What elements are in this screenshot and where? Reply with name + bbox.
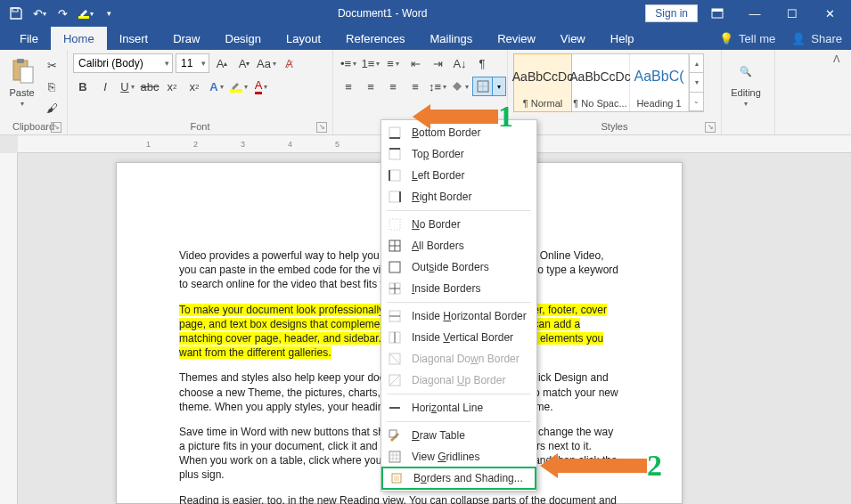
close-window-button[interactable]: ✕ xyxy=(812,0,847,27)
tab-home[interactable]: Home xyxy=(51,27,107,50)
text-effects-button[interactable]: A▾ xyxy=(207,77,226,96)
styles-scroll[interactable]: ▴▾⌄ xyxy=(689,54,703,111)
menu-item-ihoriz[interactable]: Inside Horizontal Border xyxy=(381,305,536,327)
minimize-button[interactable]: ― xyxy=(737,0,773,27)
menu-item-top[interactable]: Top Border xyxy=(381,143,536,165)
menu-item-gridlines[interactable]: View Gridlines xyxy=(381,446,536,467)
tab-help[interactable]: Help xyxy=(598,27,647,50)
style-heading1[interactable]: AaBbC( Heading 1 xyxy=(630,54,689,111)
borders-dropdown-arrow[interactable]: ▾ xyxy=(493,83,505,91)
menu-item-hline[interactable]: Horizontal Line xyxy=(381,397,536,419)
tab-view[interactable]: View xyxy=(548,27,598,50)
superscript-button[interactable]: x2 xyxy=(184,77,204,96)
menu-item-bs[interactable]: Borders and Shading... xyxy=(381,467,536,490)
shrink-font-button[interactable]: A▾ xyxy=(234,53,254,73)
align-left-button[interactable]: ≡ xyxy=(339,77,358,96)
share-button[interactable]: 👤 Share xyxy=(791,32,842,45)
clear-formatting-button[interactable]: A̷ xyxy=(279,53,299,73)
copy-button[interactable]: ⎘ xyxy=(42,77,61,96)
change-case-button[interactable]: Aa▾ xyxy=(257,53,276,73)
subscript-button[interactable]: x2 xyxy=(162,77,182,96)
tab-references[interactable]: References xyxy=(333,27,417,50)
show-marks-button[interactable]: ¶ xyxy=(472,53,492,73)
bold-button[interactable]: B xyxy=(73,77,93,96)
all-border-icon xyxy=(387,238,403,254)
menu-item-ddown: Diagonal Down Border xyxy=(381,348,536,370)
strikethrough-button[interactable]: abc xyxy=(140,77,160,96)
maximize-button[interactable]: ☐ xyxy=(774,0,810,27)
svg-rect-6 xyxy=(20,67,33,83)
paste-button[interactable]: Paste ▾ xyxy=(5,53,38,108)
menu-item-left[interactable]: Left Border xyxy=(381,165,536,186)
outside-border-icon xyxy=(387,259,403,275)
paragraph-5[interactable]: Reading is easier, too, in the new Readi… xyxy=(179,493,619,504)
tab-mailings[interactable]: Mailings xyxy=(418,27,486,50)
menu-item-none[interactable]: No Border xyxy=(381,214,536,235)
justify-button[interactable]: ≡ xyxy=(405,77,425,96)
menu-item-label: Left Border xyxy=(412,169,464,182)
numbering-button[interactable]: 1≡▾ xyxy=(361,53,380,73)
svg-rect-37 xyxy=(389,451,400,462)
annotation-arrow-1: 1 xyxy=(413,100,513,134)
cut-button[interactable]: ✂ xyxy=(42,55,61,75)
font-name-combo[interactable]: Calibri (Body)▾ xyxy=(73,53,173,73)
styles-gallery[interactable]: AaBbCcDc ¶ Normal AaBbCcDc ¶ No Spac... … xyxy=(513,53,704,112)
tab-layout[interactable]: Layout xyxy=(274,27,333,50)
align-center-button[interactable]: ≡ xyxy=(361,77,380,96)
redo-button[interactable]: ↷ xyxy=(52,3,73,24)
right-border-icon xyxy=(387,189,403,205)
font-color-button[interactable]: A▾ xyxy=(251,77,271,96)
hline-border-icon xyxy=(387,400,403,416)
bullets-button[interactable]: •≡▾ xyxy=(339,53,358,73)
save-button[interactable] xyxy=(5,3,27,24)
svg-rect-11 xyxy=(389,127,400,138)
menu-item-label: Horizontal Line xyxy=(412,402,483,414)
format-painter-button[interactable]: 🖌 xyxy=(42,98,61,118)
tab-file[interactable]: File xyxy=(7,27,51,50)
shading-button[interactable]: ▾ xyxy=(450,77,470,96)
collapse-ribbon-button[interactable]: ᐱ xyxy=(833,53,847,68)
menu-item-drawtable[interactable]: Draw Table xyxy=(381,425,536,446)
tab-draw[interactable]: Draw xyxy=(160,27,212,50)
svg-rect-5 xyxy=(17,59,24,63)
font-dialog-launcher[interactable]: ↘ xyxy=(316,122,327,133)
menu-item-label: Inside Vertical Border xyxy=(412,331,513,344)
highlight-button[interactable]: ▾ xyxy=(229,77,249,96)
menu-item-inside[interactable]: Inside Borders xyxy=(381,278,536,299)
tab-insert[interactable]: Insert xyxy=(107,27,161,50)
menu-item-label: Diagonal Down Border xyxy=(412,353,520,365)
bs-border-icon xyxy=(389,470,405,486)
menu-item-ivert[interactable]: Inside Vertical Border xyxy=(381,327,536,348)
editing-button[interactable]: 🔍 Editing ▾ xyxy=(727,53,765,108)
clipboard-dialog-launcher[interactable]: ↘ xyxy=(51,122,61,133)
decrease-indent-button[interactable]: ⇤ xyxy=(405,53,425,73)
tell-me-box[interactable]: 💡 Tell me xyxy=(719,32,775,45)
tab-review[interactable]: Review xyxy=(485,27,548,50)
style-no-spacing[interactable]: AaBbCcDc ¶ No Spac... xyxy=(571,54,630,111)
highlight-qat-button[interactable]: ▾ xyxy=(75,3,96,24)
increase-indent-button[interactable]: ⇥ xyxy=(428,53,447,73)
italic-button[interactable]: I xyxy=(95,77,115,96)
group-label-clipboard: Clipboard↘ xyxy=(5,119,61,134)
sort-button[interactable]: A↓ xyxy=(450,53,470,73)
inside-border-icon xyxy=(387,280,403,297)
vertical-ruler[interactable] xyxy=(0,153,18,504)
multilevel-list-button[interactable]: ≡▾ xyxy=(383,53,403,73)
line-spacing-button[interactable]: ↕≡▾ xyxy=(428,77,447,96)
borders-split-button[interactable]: ▾ xyxy=(472,77,506,96)
menu-item-label: Top Border xyxy=(412,148,464,160)
ribbon-display-button[interactable] xyxy=(700,0,735,27)
font-size-combo[interactable]: 11▾ xyxy=(176,53,209,73)
grow-font-button[interactable]: A▴ xyxy=(212,53,232,73)
underline-button[interactable]: U▾ xyxy=(118,77,137,96)
menu-item-outside[interactable]: Outside Borders xyxy=(381,256,536,278)
style-normal[interactable]: AaBbCcDc ¶ Normal xyxy=(513,53,572,112)
align-right-button[interactable]: ≡ xyxy=(383,77,403,96)
tab-design[interactable]: Design xyxy=(213,27,274,50)
styles-dialog-launcher[interactable]: ↘ xyxy=(705,122,716,133)
menu-item-all[interactable]: All Borders xyxy=(381,235,536,256)
qat-customize-button[interactable]: ▾ xyxy=(98,3,119,24)
menu-item-right[interactable]: Right Border xyxy=(381,186,536,207)
sign-in-button[interactable]: Sign in xyxy=(645,4,698,22)
undo-button[interactable]: ↶▾ xyxy=(29,3,50,24)
